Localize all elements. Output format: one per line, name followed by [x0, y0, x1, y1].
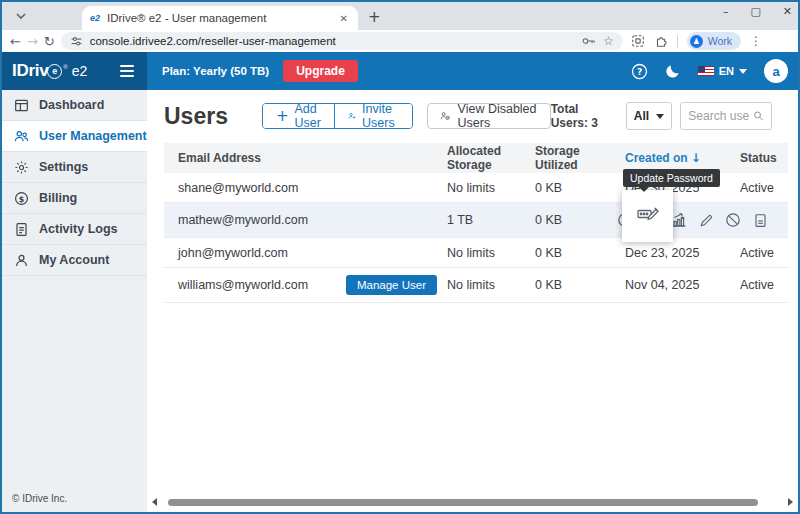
site-settings-icon[interactable]: [70, 35, 83, 48]
sidebar-item-label: Billing: [39, 191, 77, 205]
back-icon[interactable]: ←: [10, 35, 21, 48]
dashboard-icon: [14, 98, 29, 113]
disable-user-icon[interactable]: [725, 212, 741, 228]
extensions-icon[interactable]: [654, 34, 668, 48]
idrive-e2-logo: IDrive®e2: [12, 61, 87, 81]
browser-menu-icon[interactable]: ⋮: [750, 34, 762, 48]
app-header: IDrive®e2 Plan: Yearly (50 TB) Upgrade ?…: [2, 52, 798, 90]
horizontal-scrollbar[interactable]: [147, 497, 798, 507]
sidebar-item-activity-logs[interactable]: Activity Logs: [2, 214, 147, 245]
statistics-icon[interactable]: [671, 212, 687, 228]
column-header-email[interactable]: Email Address: [164, 151, 447, 165]
update-password-hover-card[interactable]: [622, 190, 673, 242]
language-code: EN: [719, 65, 734, 77]
sidebar-item-label: My Account: [39, 253, 109, 267]
search-input[interactable]: [688, 109, 748, 123]
sidebar: Dashboard User Management Settings $ Bil…: [2, 90, 147, 512]
forward-icon[interactable]: →: [27, 35, 38, 48]
bookmark-star-icon[interactable]: ☆: [603, 34, 614, 48]
user-email-cell: williams@myworld.com Manage User: [164, 275, 447, 295]
svg-text:$: $: [19, 194, 25, 203]
maximize-button[interactable]: ▢: [750, 5, 760, 18]
status-label: Active: [740, 181, 788, 195]
minimize-button[interactable]: –: [723, 5, 729, 18]
manage-user-button[interactable]: Manage User: [346, 275, 437, 295]
search-box: [680, 102, 772, 130]
sidebar-item-billing[interactable]: $ Billing: [2, 183, 147, 214]
menu-icon[interactable]: [120, 65, 134, 77]
person-plus-icon: [348, 109, 356, 123]
update-password-icon: [637, 203, 659, 221]
browser-tab[interactable]: e2 IDrive® e2 - User management ✕: [82, 6, 358, 30]
us-flag-icon: [698, 66, 714, 76]
page-title: Users: [164, 103, 228, 130]
allocated-storage: No limits: [447, 246, 535, 260]
profile-avatar-icon: ♟: [690, 35, 703, 48]
toolbar-divider: [677, 35, 678, 48]
profile-chip[interactable]: ♟ Work: [687, 32, 741, 50]
table-row[interactable]: john@myworld.com No limits 0 KB Dec 23, …: [164, 238, 788, 268]
help-icon[interactable]: ?: [631, 63, 648, 80]
storage-utilized: 0 KB: [535, 278, 625, 292]
account-avatar[interactable]: a: [764, 59, 788, 83]
logo-block: IDrive®e2: [2, 52, 147, 90]
tab-search-button[interactable]: [10, 5, 32, 27]
sidebar-item-settings[interactable]: Settings: [2, 152, 147, 183]
sidebar-item-label: Dashboard: [39, 98, 104, 112]
user-actions-button-group: + Add User Invite Users: [262, 103, 413, 129]
sidebar-item-my-account[interactable]: My Account: [2, 245, 147, 276]
column-header-status[interactable]: Status: [740, 151, 788, 165]
user-email: shane@myworld.com: [164, 181, 447, 195]
table-row[interactable]: mathew@myworld.com 1 TB 0 KB: [164, 203, 788, 238]
language-selector[interactable]: EN: [698, 65, 747, 77]
password-key-icon[interactable]: [582, 36, 596, 46]
address-bar[interactable]: console.idrivee2.com/reseller-user-manag…: [61, 32, 623, 50]
user-email: mathew@myworld.com: [164, 213, 447, 227]
edit-icon[interactable]: [698, 212, 714, 228]
sidebar-item-dashboard[interactable]: Dashboard: [2, 90, 147, 121]
add-user-button[interactable]: + Add User: [263, 104, 334, 128]
main-content: Users + Add User Invite Users View Disab…: [147, 90, 798, 512]
plan-label: Plan: Yearly (50 TB): [162, 65, 269, 77]
users-table: Email Address Allocated Storage Storage …: [164, 143, 788, 303]
scrollbar-track[interactable]: [163, 499, 782, 506]
user-logs-icon[interactable]: [752, 212, 768, 228]
search-icon[interactable]: [753, 109, 764, 123]
allocated-storage: 1 TB: [447, 213, 535, 227]
sidebar-item-user-management[interactable]: User Management: [2, 121, 147, 152]
profile-name: Work: [708, 35, 732, 47]
user-filter-dropdown[interactable]: All: [626, 102, 673, 130]
site-favicon: e2: [90, 13, 100, 23]
user-email: john@myworld.com: [164, 246, 447, 260]
status-label: Active: [740, 278, 788, 292]
column-header-created[interactable]: Created on ↓: [625, 151, 740, 165]
user-email: williams@myworld.com: [178, 278, 308, 292]
plus-icon: +: [276, 109, 289, 124]
scroll-right-icon[interactable]: [788, 498, 793, 506]
storage-utilized: 0 KB: [535, 246, 625, 260]
gear-icon: [14, 160, 29, 175]
dark-mode-moon-icon[interactable]: [665, 63, 681, 79]
window-close-button[interactable]: ✕: [783, 5, 792, 18]
table-row[interactable]: williams@myworld.com Manage User No limi…: [164, 268, 788, 303]
update-password-tooltip: Update Password: [623, 169, 720, 187]
scroll-left-icon[interactable]: [152, 498, 157, 506]
created-on: Nov 04, 2025: [625, 278, 740, 292]
billing-dollar-icon: $: [14, 191, 29, 206]
browser-window: e2 IDrive® e2 - User management ✕ + – ▢ …: [0, 0, 800, 514]
language-caret-icon: [739, 69, 747, 74]
tab-groups-icon[interactable]: [631, 34, 645, 48]
sort-descending-icon: ↓: [691, 151, 701, 165]
refresh-icon[interactable]: ↻: [44, 35, 55, 48]
column-header-allocated[interactable]: Allocated Storage: [447, 144, 535, 172]
new-tab-button[interactable]: +: [368, 10, 381, 25]
tab-close-icon[interactable]: ✕: [338, 13, 350, 24]
column-header-utilized[interactable]: Storage Utilized: [535, 144, 625, 172]
sidebar-item-label: User Management: [39, 129, 147, 143]
person-disabled-icon: [440, 109, 450, 123]
scrollbar-thumb[interactable]: [168, 499, 758, 506]
invite-users-button[interactable]: Invite Users: [334, 104, 413, 128]
view-disabled-users-button[interactable]: View Disabled Users: [427, 103, 551, 129]
upgrade-button[interactable]: Upgrade: [283, 60, 358, 82]
svg-text:?: ?: [637, 66, 642, 76]
